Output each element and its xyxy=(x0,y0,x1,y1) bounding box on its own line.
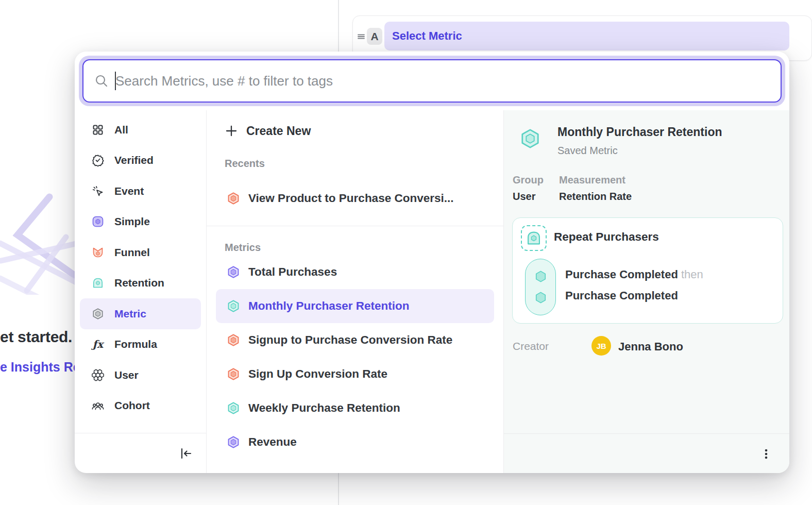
detail-subtitle: Saved Metric xyxy=(557,145,618,157)
sidebar-item-label: Formula xyxy=(114,338,157,350)
filter-sidebar: All Verified xyxy=(75,110,206,473)
create-new-button[interactable]: Create New xyxy=(216,115,494,146)
people-icon xyxy=(92,399,104,412)
create-new-label: Create New xyxy=(246,124,311,138)
sidebar-item-label: User xyxy=(114,369,139,381)
creator-label: Creator xyxy=(513,340,549,352)
creator-avatar: JB xyxy=(591,336,611,356)
select-metric-button[interactable]: Select Metric xyxy=(384,22,789,50)
kebab-menu-icon xyxy=(759,447,773,461)
sidebar-footer xyxy=(75,433,206,473)
formula-fx-icon: ƒx xyxy=(92,338,104,350)
metric-row-label: Monthly Purchaser Retention xyxy=(248,299,410,313)
simple-badge-icon xyxy=(92,215,104,228)
metric-row-label: Sign Up Conversion Rate xyxy=(248,367,387,381)
sidebar-item-label: All xyxy=(114,124,128,136)
text-cursor xyxy=(115,72,116,90)
search-icon xyxy=(94,73,109,89)
event-hex-icon xyxy=(534,291,548,305)
sidebar-item-label: Retention xyxy=(114,277,164,289)
search-focus-halo xyxy=(79,56,785,106)
event-sequence-capsule xyxy=(525,259,556,315)
repeat-purchasers-card[interactable]: Repeat Purchasers Purchase Completed the… xyxy=(512,217,783,324)
sidebar-item-funnel[interactable]: Funnel xyxy=(80,237,201,268)
metric-hex-icon-purple xyxy=(227,265,240,279)
detail-title: Monthly Purchaser Retention xyxy=(557,125,722,139)
metric-hex-icon-purple xyxy=(227,435,240,449)
metric-row-label: Signup to Purchase Conversion Rate xyxy=(248,333,452,347)
metric-picker-modal: All Verified xyxy=(75,52,789,473)
sidebar-item-label: Simple xyxy=(114,215,150,228)
metric-list-panel: Create New Recents View Product to Purch… xyxy=(206,110,504,473)
sidebar-item-label: Verified xyxy=(114,154,154,166)
sidebar-item-simple[interactable]: Simple xyxy=(80,207,201,238)
metric-row-monthly-purchaser-retention[interactable]: Monthly Purchaser Retention xyxy=(216,289,494,323)
sidebar-item-label: Funnel xyxy=(114,246,150,259)
sidebar-item-label: Cohort xyxy=(114,399,150,412)
sidebar-item-label: Metric xyxy=(114,308,146,320)
section-divider xyxy=(207,226,503,226)
plus-icon xyxy=(225,124,238,138)
drag-handle-icon[interactable] xyxy=(356,31,366,42)
sidebar-item-event[interactable]: Event xyxy=(80,176,201,207)
behavior-step-2: Purchase Completed xyxy=(565,289,678,302)
metric-row-total-purchases[interactable]: Total Purchases xyxy=(216,255,494,289)
select-metric-label: Select Metric xyxy=(392,29,462,43)
creator-name: Jenna Bono xyxy=(618,340,683,354)
measurement-label: Measurement xyxy=(559,174,625,186)
metric-hexagon-icon xyxy=(92,308,104,320)
group-value: User xyxy=(513,191,535,203)
metric-row-signup-to-purchase-conversion-rate[interactable]: Signup to Purchase Conversion Rate xyxy=(216,323,494,357)
badge-check-icon xyxy=(92,154,104,166)
measurement-value: Retention Rate xyxy=(559,191,632,203)
page: et started. e Insights Re A Select Metri… xyxy=(0,0,812,505)
background-headline: et started. xyxy=(0,328,72,346)
metric-hex-icon-orange xyxy=(227,192,240,205)
metric-row-label: Total Purchases xyxy=(248,265,337,279)
search-bar[interactable] xyxy=(82,59,782,103)
sidebar-item-verified[interactable]: Verified xyxy=(80,145,201,176)
metric-row-weekly-purchase-retention[interactable]: Weekly Purchase Retention xyxy=(216,391,494,425)
sidebar-item-cohort[interactable]: Cohort xyxy=(80,391,201,422)
sidebar-item-formula[interactable]: ƒx Formula xyxy=(80,329,201,360)
metric-hex-icon-teal xyxy=(227,299,240,313)
retention-behavior-icon xyxy=(521,225,547,251)
metric-row-sign-up-conversion-rate[interactable]: Sign Up Conversion Rate xyxy=(216,357,494,391)
metrics-section-label: Metrics xyxy=(225,242,503,255)
group-label: Group xyxy=(513,174,544,186)
event-hex-icon xyxy=(534,270,548,283)
collapse-sidebar-button[interactable] xyxy=(178,446,194,461)
recent-metric-row[interactable]: View Product to Purchase Conversi... xyxy=(216,182,494,214)
sidebar-item-label: Event xyxy=(114,185,144,197)
metric-hex-icon-orange xyxy=(227,367,240,381)
detail-footer xyxy=(504,433,789,473)
background-insights-link[interactable]: e Insights Re xyxy=(0,360,80,375)
sequence-connector: then xyxy=(681,268,703,281)
sidebar-item-user[interactable]: User xyxy=(80,360,201,391)
behavior-step-1: Purchase Completed then xyxy=(565,268,703,281)
sidebar-item-retention[interactable]: Retention xyxy=(80,268,201,299)
metric-hex-icon-orange xyxy=(227,333,240,347)
metric-row-label: View Product to Purchase Conversi... xyxy=(248,192,453,205)
collapse-left-icon xyxy=(178,446,194,461)
metric-detail-panel: Monthly Purchaser Retention Saved Metric… xyxy=(504,110,789,473)
metric-row-label: Revenue xyxy=(248,435,297,449)
metric-row-revenue[interactable]: Revenue xyxy=(216,425,494,459)
behavior-title: Repeat Purchasers xyxy=(554,230,659,244)
retention-arch-icon xyxy=(92,277,104,289)
sidebar-item-metric[interactable]: Metric xyxy=(80,298,201,329)
honeycomb-icon xyxy=(92,369,104,381)
recents-section-label: Recents xyxy=(225,158,503,171)
block-letter-badge: A xyxy=(367,28,382,45)
metric-hex-icon-teal xyxy=(227,401,240,415)
grid-icon xyxy=(92,124,104,136)
more-options-button[interactable] xyxy=(759,447,773,461)
cursor-click-icon xyxy=(92,185,104,197)
metric-row-label: Weekly Purchase Retention xyxy=(248,401,400,415)
funnel-icon xyxy=(92,246,104,259)
search-input[interactable] xyxy=(115,73,770,89)
sidebar-item-all[interactable]: All xyxy=(80,114,201,145)
saved-metric-hex-icon xyxy=(519,128,541,149)
